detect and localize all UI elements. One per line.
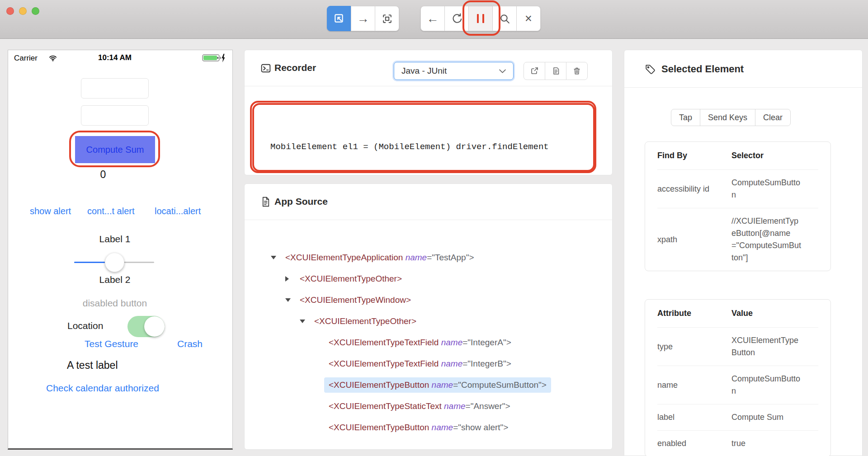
find-by-value: //XCUIElementTypeButton[@name="ComputeSu…: [731, 215, 802, 264]
language-select[interactable]: Java - JUnit: [394, 62, 514, 80]
pause-recording-button[interactable]: [468, 6, 493, 31]
selector-header: Selector: [731, 150, 818, 162]
tap-element-button[interactable]: Tap: [671, 109, 700, 126]
answer-label: 0: [96, 169, 110, 181]
find-by-value: ComputeSumButton: [731, 177, 802, 201]
chevron-down-icon: [499, 69, 506, 73]
recorded-code-block: MobileElement el1 = (MobileElement) driv…: [252, 103, 595, 172]
attribute-header: Attribute: [657, 307, 731, 320]
slider-fill: [74, 262, 105, 263]
attributes-header-row: Attribute Value: [657, 300, 818, 327]
test-gesture-link[interactable]: Test Gesture: [85, 338, 138, 349]
attribute-value: Compute Sum: [731, 411, 802, 423]
send-keys-button[interactable]: Send Keys: [700, 109, 755, 126]
table-row: accessibility id ComputeSumButton: [657, 169, 818, 208]
label-1: Label 1: [8, 234, 222, 244]
search-elements-button[interactable]: [492, 6, 517, 31]
recorder-header: Recorder Java - JUnit: [245, 50, 612, 86]
select-element-button[interactable]: [327, 6, 351, 31]
language-selected-value: Java - JUnit: [401, 66, 447, 76]
find-by-header: Find By: [657, 150, 731, 162]
appium-inspector-window: { "window": { "traffic_lights": { "close…: [0, 0, 868, 456]
contact-alert-link[interactable]: cont...t alert: [87, 206, 135, 216]
table-row: name ComputeSumButton: [657, 366, 818, 404]
attribute-key: label: [657, 411, 731, 423]
copy-code-button[interactable]: [545, 62, 566, 80]
selected-element-header: Selected Element: [624, 50, 862, 88]
source-tree: <XCUIElementTypeApplication name="TestAp…: [245, 247, 612, 438]
tap-mode-button[interactable]: [375, 6, 399, 31]
app-source-header: App Source: [245, 184, 612, 220]
integer-a-field[interactable]: [81, 78, 149, 99]
attribute-key: name: [657, 379, 731, 391]
crash-link[interactable]: Crash: [177, 338, 203, 349]
tree-row[interactable]: <XCUIElementTypeStaticText name="Answer"…: [245, 395, 612, 417]
pause-icon: [475, 14, 486, 23]
export-icon: [530, 66, 539, 75]
find-by-header-row: Find By Selector: [657, 142, 818, 169]
location-toggle[interactable]: [127, 316, 165, 337]
traffic-light-minimize[interactable]: [19, 7, 27, 15]
find-by-table: Find By Selector accessibility id Comput…: [645, 141, 831, 271]
trash-icon: [572, 66, 581, 75]
battery-icon: [202, 54, 226, 62]
compute-sum-button[interactable]: Compute Sum: [75, 136, 155, 163]
close-session-button[interactable]: ×: [516, 6, 541, 31]
find-by-key: xpath: [657, 234, 731, 246]
show-alert-link[interactable]: show alert: [30, 206, 71, 216]
selected-element-title: Selected Element: [661, 63, 744, 75]
back-button[interactable]: ←: [420, 6, 445, 31]
traffic-light-close[interactable]: [6, 7, 14, 15]
element-action-buttons: Tap Send Keys Clear: [671, 109, 791, 126]
tree-row-selected[interactable]: <XCUIElementTypeButton name="ComputeSumB…: [245, 374, 612, 395]
attribute-value: true: [731, 437, 802, 450]
swipe-arrow-icon: →: [357, 13, 369, 25]
table-row: enabled true: [657, 430, 818, 456]
table-row: type XCUIElementTypeButton: [657, 327, 818, 366]
attribute-key: type: [657, 341, 731, 353]
search-icon: [499, 13, 510, 24]
app-source-card: App Source <XCUIElementTypeApplication n…: [244, 183, 613, 450]
export-code-button[interactable]: [524, 62, 545, 80]
toggle-knob: [144, 316, 165, 337]
code-line-1: MobileElement el1 = (MobileElement) driv…: [270, 140, 593, 154]
clock-label: 10:14 AM: [8, 53, 222, 62]
attribute-key: enabled: [657, 437, 731, 450]
attribute-value: ComputeSumButton: [731, 373, 802, 397]
expander-right-icon[interactable]: [285, 276, 300, 282]
slider-knob[interactable]: [105, 253, 124, 272]
expander-down-icon[interactable]: [285, 298, 300, 302]
expander-down-icon[interactable]: [300, 320, 314, 323]
table-row: label Compute Sum: [657, 404, 818, 430]
tree-row[interactable]: <XCUIElementTypeOther>: [245, 268, 612, 289]
compute-sum-label: Compute Sum: [86, 145, 144, 155]
tree-row[interactable]: <XCUIElementTypeWindow>: [245, 289, 612, 310]
tree-row[interactable]: <XCUIElementTypeTextField name="IntegerB…: [245, 353, 612, 374]
tree-row[interactable]: <XCUIElementTypeButton name="show alert"…: [245, 417, 612, 438]
refresh-icon: [451, 13, 462, 24]
clear-element-button[interactable]: Clear: [755, 109, 791, 126]
swipe-mode-button[interactable]: →: [351, 6, 375, 31]
tree-row[interactable]: <XCUIElementTypeOther>: [245, 310, 612, 332]
check-calendar-link[interactable]: Check calendar authorized: [46, 383, 159, 394]
refresh-button[interactable]: [444, 6, 469, 31]
app-source-title: App Source: [274, 196, 328, 207]
test-label: A test label: [67, 359, 118, 371]
clear-recording-button[interactable]: [566, 62, 588, 80]
copy-document-icon: [551, 66, 560, 75]
location-alert-link[interactable]: locati...alert: [155, 206, 201, 216]
session-toolbar: ← ×: [420, 6, 541, 31]
disabled-button: disabled button: [8, 298, 222, 309]
value-header: Value: [731, 307, 818, 320]
tap-frame-icon: [382, 13, 393, 24]
expander-down-icon[interactable]: [271, 256, 285, 259]
attributes-table: Attribute Value type XCUIElementTypeButt…: [645, 299, 831, 456]
titlebar: → ←: [0, 0, 868, 39]
tree-row[interactable]: <XCUIElementTypeApplication name="TestAp…: [245, 247, 612, 268]
tree-row[interactable]: <XCUIElementTypeTextField name="IntegerA…: [245, 332, 612, 353]
recorder-title: Recorder: [274, 62, 316, 73]
location-label: Location: [67, 320, 103, 331]
traffic-light-zoom[interactable]: [32, 7, 39, 15]
integer-b-field[interactable]: [81, 105, 149, 126]
device-screenshot-panel: Carrier 10:14 AM Compute Sum 0 show aler…: [8, 50, 233, 450]
